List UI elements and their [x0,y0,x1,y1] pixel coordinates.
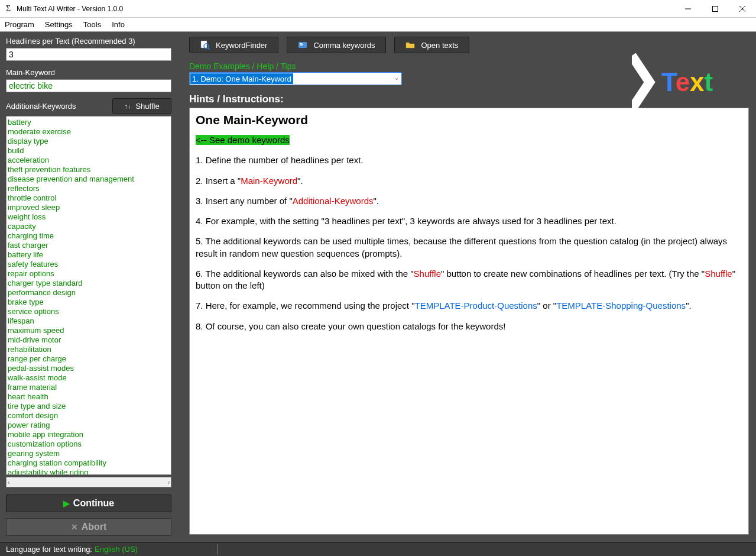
shuffle-icon: ↑↓ [124,102,131,109]
keyword-item[interactable]: mid-drive motor [8,335,171,345]
keyword-item[interactable]: frame material [8,383,171,392]
svg-rect-1 [713,6,718,11]
status-separator [217,544,218,555]
keyword-item[interactable]: theft prevention features [8,165,171,174]
keyword-item[interactable]: display type [8,137,171,146]
svg-text:Text: Text [661,67,713,96]
keyword-item[interactable]: build [8,146,171,156]
additional-keywords-list[interactable]: batterymoderate exercisedisplay typebuil… [6,116,171,475]
abort-button[interactable]: ✕ Abort [6,518,171,536]
keyword-item[interactable]: safety features [8,260,171,269]
window-maximize-button[interactable] [702,0,729,17]
title-bar: Σ Multi Text AI Writer - Version 1.0.0 [0,0,756,18]
menu-info[interactable]: Info [112,20,125,29]
keyword-item[interactable]: capacity [8,222,171,231]
main-toolbar: KeywordFinder Comma keywords Open texts [189,37,749,53]
svg-line-7 [208,48,210,50]
keyword-item[interactable]: fast charger [8,241,171,250]
keyword-item[interactable]: heart health [8,392,171,402]
step-3: 3. Insert any number of "Additional-Keyw… [196,195,742,207]
sidebar: Headlines per Text (Recommended 3) Main-… [0,32,177,542]
step-6: 6. The additional keywords can also be m… [196,268,742,292]
svg-rect-11 [300,46,303,46]
keyword-item[interactable]: reflectors [8,184,171,193]
keyword-item[interactable]: mobile app integration [8,430,171,439]
keyword-item[interactable]: lifespan [8,316,171,326]
instructions-heading: One Main-Keyword [196,113,742,127]
keyword-item[interactable]: battery life [8,250,171,260]
open-texts-button[interactable]: Open texts [394,37,469,53]
menu-tools[interactable]: Tools [83,20,101,29]
keyword-item[interactable]: brake type [8,298,171,307]
see-demo-highlight: <-- See demo keywords [196,135,290,145]
step-8: 8. Of course, you can also create your o… [196,321,742,332]
keyword-item[interactable]: maximum speed [8,326,171,335]
horizontal-scrollbar[interactable]: ‹› [6,477,171,487]
status-language[interactable]: English (US) [95,545,138,554]
content-area: Text KeywordFinder Comma keywords [177,32,756,542]
step-5: 5. The additional keywords can be used m… [196,235,742,260]
app-icon: Σ [4,4,13,14]
keyword-item[interactable]: acceleration [8,156,171,165]
search-icon [200,40,210,50]
keyword-item[interactable]: range per charge [8,354,171,364]
keyword-finder-button[interactable]: KeywordFinder [189,37,278,53]
headlines-label: Headlines per Text (Recommended 3) [6,37,171,46]
chevron-down-icon: ⌄ [394,75,399,81]
svg-rect-10 [300,44,303,45]
keyword-item[interactable]: customization options [8,439,171,449]
comma-keywords-button[interactable]: Comma keywords [287,37,386,53]
keyword-item[interactable]: disease prevention and management [8,174,171,184]
window-close-button[interactable] [729,0,756,17]
headlines-input[interactable] [6,48,171,61]
step-7: 7. Here, for example, we recommend using… [196,300,742,312]
keyword-item[interactable]: throttle control [8,193,171,203]
status-label: Language for text writing: [6,545,92,554]
keyword-item[interactable]: comfort design [8,411,171,421]
demo-examples-label: Demo Examples / Help / Tips [189,62,749,71]
window-title: Multi Text AI Writer - Version 1.0.0 [17,5,123,13]
svg-rect-9 [300,43,302,44]
keyword-item[interactable]: charging station compatibility [8,458,171,468]
hints-label: Hints / Instructions: [189,93,749,105]
main-keyword-label: Main-Keyword [6,68,171,77]
keyword-item[interactable]: pedal-assist modes [8,364,171,373]
keyword-item[interactable]: charger type standard [8,279,171,288]
keyword-item[interactable]: improved sleep [8,203,171,212]
step-1: 1. Define the number of headlines per te… [196,154,742,166]
close-icon: ✕ [71,522,78,532]
keyword-item[interactable]: performance design [8,288,171,298]
step-2: 2. Insert a "Main-Keyword". [196,175,742,187]
keyword-item[interactable]: rehabilitation [8,345,171,354]
menu-bar: Program Settings Tools Info [0,18,756,32]
status-bar: Language for text writing: English (US) [0,542,756,556]
keyword-item[interactable]: weight loss [8,212,171,222]
menu-settings[interactable]: Settings [45,20,73,29]
keyword-item[interactable]: service options [8,307,171,316]
keyword-item[interactable]: charging time [8,231,171,241]
keyword-item[interactable]: power rating [8,421,171,430]
play-icon: ▶ [63,499,70,508]
keyword-item[interactable]: gearing system [8,449,171,458]
demo-dropdown[interactable]: 1. Demo: One Main-Keyword ⌄ [189,72,402,85]
keyword-item[interactable]: moderate exercise [8,127,171,137]
window-minimize-button[interactable] [674,0,702,17]
shuffle-button[interactable]: ↑↓ Shuffle [112,98,171,114]
instructions-panel: One Main-Keyword <-- See demo keywords 1… [189,108,749,535]
keyword-item[interactable]: tire type and size [8,402,171,411]
keyword-item[interactable]: adjustability while riding [8,468,171,475]
comma-icon [298,40,307,50]
main-keyword-input[interactable] [6,79,171,92]
folder-icon [405,40,415,50]
menu-program[interactable]: Program [5,20,34,29]
keyword-item[interactable]: battery [8,118,171,127]
continue-button[interactable]: ▶ Continue [6,494,171,512]
step-4: 4. For example, with the setting "3 head… [196,215,742,227]
keyword-item[interactable]: repair options [8,269,171,279]
additional-keywords-label: Additional-Keywords [6,102,76,111]
keyword-item[interactable]: walk-assist mode [8,373,171,383]
